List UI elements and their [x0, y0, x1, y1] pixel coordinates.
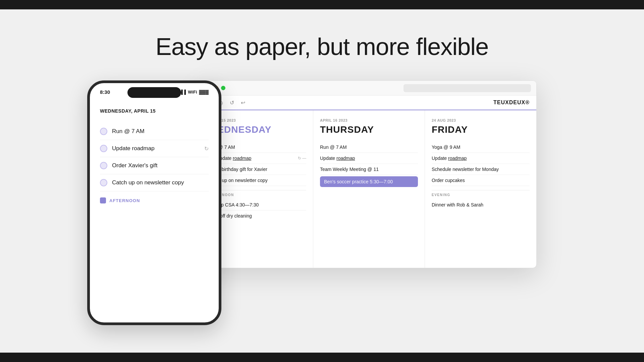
list-item: Run @ 7 AM: [320, 142, 418, 153]
task-label: Yoga @ 9 AM: [432, 144, 460, 150]
phone-content: WEDNESDAY, APRIL 15 Run @ 7 AM Update ro…: [90, 95, 219, 213]
repeat-icon[interactable]: ↻: [204, 145, 209, 152]
section-label-text: AFTERNOON: [109, 198, 140, 203]
app-brand: TEUXDEUX®: [493, 100, 530, 106]
list-item: Update roadmap: [432, 153, 530, 164]
section-label-afternoon: AFTERNOON: [100, 195, 209, 206]
task-label: Schedule newsletter for Monday: [432, 167, 499, 172]
desktop-titlebar: [202, 81, 536, 96]
task-label: Ben's soccer practice 5:30—7:00: [324, 179, 393, 184]
task-label: Dinner with Rob & Sarah: [432, 202, 483, 207]
highlighted-task[interactable]: Ben's soccer practice 5:30—7:00: [320, 176, 418, 187]
day-column-friday: 24 AUG 2023 FRIDAY Yoga @ 9 AM Update ro…: [425, 110, 536, 268]
task-label: Update roadmap: [320, 156, 355, 161]
list-item: Yoga @ 9 AM: [432, 142, 530, 153]
back-icon[interactable]: ↩: [241, 100, 245, 106]
task-label: Run @ 7 AM: [112, 128, 145, 135]
list-item: Run @ 7 AM: [100, 123, 209, 140]
task-label: Order Xavier's gift: [112, 162, 158, 169]
list-item: Catch up on newsletter copy: [100, 174, 209, 191]
section-divider-afternoon: AFTERNOON: [208, 190, 306, 197]
list-item: Run @ 7 AM: [208, 142, 306, 153]
bottom-bar: [0, 353, 644, 362]
desktop-toolbar: ⌕ ◷ ↺ ↩ TEUXDEUX®: [202, 96, 536, 110]
desktop-app-mockup: ⌕ ◷ ↺ ↩ TEUXDEUX® APRIL 15 2023 WEDNESDA…: [201, 80, 537, 268]
list-item: Pick up CSA 4:30—7:30: [208, 199, 306, 210]
task-action-icons[interactable]: ↻ —: [298, 156, 306, 161]
day-name: THURSDAY: [320, 124, 418, 135]
task-checkbox[interactable]: [100, 145, 107, 152]
task-label: Team Weekly Meeting @ 11: [320, 167, 379, 172]
day-name: FRIDAY: [432, 124, 530, 135]
battery-icon: ▓▓▓: [199, 89, 209, 95]
day-column-thursday: APRIL 16 2023 THURSDAY Run @ 7 AM Update…: [313, 110, 425, 268]
maximize-button[interactable]: [221, 86, 225, 90]
day-date: 24 AUG 2023: [432, 118, 530, 122]
top-bar: [0, 0, 644, 9]
list-item: Order cupcakes: [432, 175, 530, 186]
task-label: Catch up on newsletter copy: [112, 179, 184, 186]
calendar-columns: APRIL 15 2023 WEDNESDAY Run @ 7 AM Updat…: [202, 110, 536, 268]
list-item: Update roadmap ↻ —: [208, 153, 306, 164]
devices-container: 8:30 ▐▐▐ WiFi ▓▓▓ WEDNESDAY, APRIL 15 Ru…: [87, 80, 557, 325]
day-name: WEDNESDAY: [208, 124, 306, 135]
wifi-icon: WiFi: [188, 89, 197, 95]
task-label: Update roadmap: [216, 156, 251, 161]
list-item: Drop-off dry cleaning: [208, 210, 306, 221]
list-item: Buy a birthday gift for Xavier: [208, 164, 306, 175]
list-item: Order Xavier's gift: [100, 157, 209, 174]
task-checkbox[interactable]: [100, 162, 107, 169]
list-item: Team Weekly Meeting @ 11: [320, 164, 418, 175]
list-item: Update roadmap: [320, 153, 418, 164]
day-date: APRIL 15 2023: [208, 118, 306, 122]
hero-title: Easy as paper, but more flexible: [156, 33, 489, 60]
section-divider-evening: EVENING: [432, 190, 530, 197]
task-label: Order cupcakes: [432, 178, 465, 183]
phone-date: WEDNESDAY, APRIL 15: [100, 108, 209, 114]
list-item: Schedule newsletter for Monday: [432, 164, 530, 175]
list-item: Update roadmap ↻: [100, 140, 209, 157]
phone-notch: [127, 87, 181, 98]
phone-status-icons: ▐▐▐ WiFi ▓▓▓: [177, 89, 209, 95]
day-date: APRIL 16 2023: [320, 118, 418, 122]
refresh-icon[interactable]: ↺: [230, 100, 234, 106]
task-checkbox[interactable]: [100, 128, 107, 135]
phone-mockup: 8:30 ▐▐▐ WiFi ▓▓▓ WEDNESDAY, APRIL 15 Ru…: [87, 80, 221, 325]
phone-time: 8:30: [100, 89, 110, 95]
list-item: Catch up on newsletter copy: [208, 175, 306, 186]
task-label: Run @ 7 AM: [320, 144, 347, 150]
task-label: Update roadmap: [432, 156, 467, 161]
task-label: Update roadmap: [112, 145, 155, 152]
list-item: Dinner with Rob & Sarah: [432, 199, 530, 210]
search-bar[interactable]: [404, 84, 531, 92]
task-checkbox[interactable]: [100, 179, 107, 186]
